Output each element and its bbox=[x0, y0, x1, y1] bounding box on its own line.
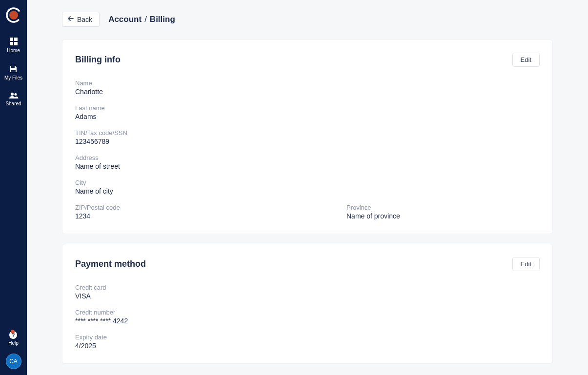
field-value: Name of street bbox=[75, 162, 540, 170]
main-content: Back Account / Billing Billing info Edit… bbox=[27, 0, 588, 375]
field-value: 123456789 bbox=[75, 138, 540, 145]
sidebar-item-shared[interactable]: Shared bbox=[0, 92, 27, 106]
field-address: Address Name of street bbox=[75, 154, 540, 170]
field-last-name: Last name Adams bbox=[75, 104, 540, 120]
billing-info-card: Billing info Edit Name Charlotte Last na… bbox=[62, 39, 553, 234]
sidebar: Home My Files Shared bbox=[0, 0, 27, 375]
billing-fields: Name Charlotte Last name Adams TIN/Tax c… bbox=[75, 79, 540, 220]
breadcrumb-parent: Account bbox=[108, 15, 142, 24]
app-logo bbox=[5, 7, 22, 23]
svg-rect-4 bbox=[10, 42, 13, 45]
field-name: Name Charlotte bbox=[75, 79, 540, 96]
sidebar-item-label: Help bbox=[8, 340, 19, 346]
svg-point-8 bbox=[11, 93, 14, 96]
field-label: Expiry date bbox=[75, 334, 540, 341]
breadcrumb-separator: / bbox=[144, 15, 147, 24]
svg-rect-6 bbox=[11, 66, 15, 68]
field-value: Charlotte bbox=[75, 88, 540, 96]
edit-payment-button[interactable]: Edit bbox=[512, 257, 540, 271]
field-tin: TIN/Tax code/SSN 123456789 bbox=[75, 129, 540, 145]
home-icon bbox=[9, 37, 18, 46]
field-expiry-date: Expiry date 4/2025 bbox=[75, 334, 540, 350]
arrow-left-icon bbox=[67, 15, 74, 23]
field-label: Credit number bbox=[75, 309, 540, 316]
field-province: Province Name of province bbox=[346, 204, 540, 220]
sidebar-item-help[interactable]: ? Help bbox=[8, 331, 19, 346]
sidebar-item-home[interactable]: Home bbox=[0, 37, 27, 53]
card-header: Payment method Edit bbox=[75, 257, 540, 271]
field-city: City Name of city bbox=[75, 179, 540, 195]
breadcrumb-current: Billing bbox=[150, 15, 175, 24]
sidebar-nav: Home My Files Shared bbox=[0, 37, 27, 118]
field-label: Province bbox=[346, 204, 540, 211]
sidebar-item-label: Shared bbox=[5, 101, 21, 106]
field-label: Last name bbox=[75, 104, 540, 112]
users-icon bbox=[9, 92, 19, 99]
avatar-initials: CA bbox=[9, 358, 18, 365]
sidebar-item-my-files[interactable]: My Files bbox=[0, 65, 27, 80]
app-root: Home My Files Shared bbox=[0, 0, 588, 375]
page-header: Back Account / Billing bbox=[62, 12, 553, 27]
breadcrumb: Account / Billing bbox=[108, 15, 175, 24]
field-value: 1234 bbox=[75, 212, 268, 220]
back-button-label: Back bbox=[77, 16, 92, 23]
field-value: Name of city bbox=[75, 187, 540, 195]
card-title: Payment method bbox=[75, 259, 146, 269]
card-header: Billing info Edit bbox=[75, 53, 540, 67]
field-label: Credit card bbox=[75, 284, 540, 291]
field-value: VISA bbox=[75, 292, 540, 300]
sidebar-item-label: My Files bbox=[4, 75, 22, 80]
card-title: Billing info bbox=[75, 55, 121, 65]
notification-badge-icon bbox=[11, 330, 15, 334]
field-credit-card: Credit card VISA bbox=[75, 284, 540, 300]
edit-billing-button[interactable]: Edit bbox=[512, 53, 540, 67]
field-label: ZIP/Postal code bbox=[75, 204, 268, 211]
field-credit-number: Credit number **** **** **** 4242 bbox=[75, 309, 540, 325]
field-label: City bbox=[75, 179, 540, 186]
svg-rect-2 bbox=[10, 38, 13, 41]
avatar[interactable]: CA bbox=[6, 354, 21, 369]
svg-rect-3 bbox=[14, 38, 18, 41]
save-icon bbox=[9, 65, 18, 73]
field-row-zip-province: ZIP/Postal code 1234 Province Name of pr… bbox=[75, 204, 540, 220]
field-value: 4/2025 bbox=[75, 342, 540, 350]
field-label: Name bbox=[75, 79, 540, 87]
back-button[interactable]: Back bbox=[62, 12, 100, 27]
sidebar-bottom: ? Help CA bbox=[0, 331, 27, 375]
payment-fields: Credit card VISA Credit number **** ****… bbox=[75, 284, 540, 350]
payment-method-card: Payment method Edit Credit card VISA Cre… bbox=[62, 244, 553, 364]
svg-rect-7 bbox=[11, 70, 16, 72]
svg-point-1 bbox=[9, 11, 18, 20]
field-value: **** **** **** 4242 bbox=[75, 317, 540, 325]
svg-rect-5 bbox=[14, 42, 18, 45]
field-label: TIN/Tax code/SSN bbox=[75, 129, 540, 137]
field-value: Adams bbox=[75, 113, 540, 120]
sidebar-item-label: Home bbox=[7, 48, 20, 53]
field-label: Address bbox=[75, 154, 540, 161]
field-zip: ZIP/Postal code 1234 bbox=[75, 204, 268, 220]
svg-point-9 bbox=[14, 93, 17, 96]
field-value: Name of province bbox=[346, 212, 540, 220]
